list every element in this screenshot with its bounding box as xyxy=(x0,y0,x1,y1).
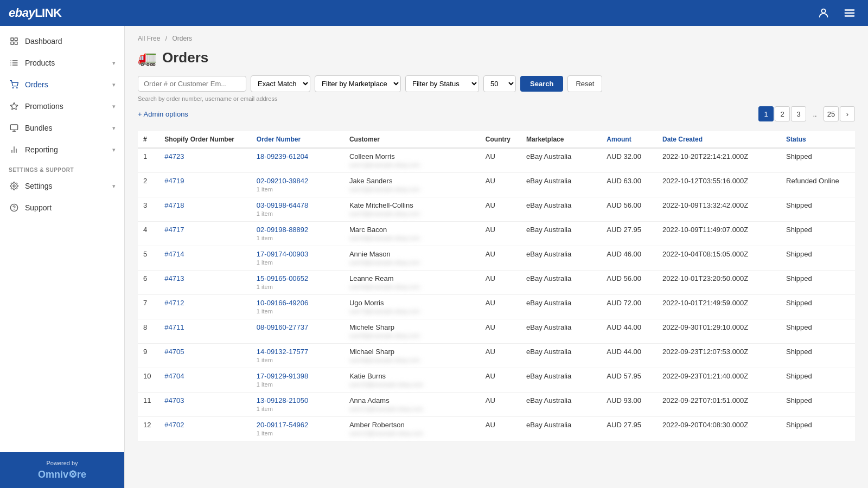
marketplace-filter-select[interactable]: Filter by Marketplace eBay Australia xyxy=(315,75,401,92)
cell-status: Shipped xyxy=(781,197,855,222)
order-number-link[interactable]: 02-09210-39842 xyxy=(257,177,308,185)
cell-date: 2022-09-23T12:07:53.000Z xyxy=(657,344,781,368)
shopify-order-link[interactable]: #4714 xyxy=(164,250,184,258)
order-number-link[interactable]: 14-09132-17577 xyxy=(257,348,308,356)
orders-chevron-icon: ▾ xyxy=(112,81,116,88)
orders-table: # Shopify Order Number Order Number Cust… xyxy=(138,131,855,441)
search-button[interactable]: Search xyxy=(520,76,563,92)
page-btn-3[interactable]: 3 xyxy=(791,106,806,121)
shopify-order-link[interactable]: #4711 xyxy=(164,323,184,331)
status-filter-select[interactable]: Filter by Status Shipped Refunded Online xyxy=(405,75,479,92)
cell-num: 3 xyxy=(138,197,159,222)
menu-icon-button[interactable] xyxy=(840,3,859,23)
shopify-order-link[interactable]: #4723 xyxy=(164,152,184,160)
shopify-order-link[interactable]: #4703 xyxy=(164,396,184,404)
cell-marketplace: eBay Australia xyxy=(521,295,601,319)
table-row: 4 #4717 02-09198-88892 1 item Marc Bacon… xyxy=(138,222,855,246)
cell-customer: Leanne Ream user6@example.ebay.com xyxy=(344,271,480,295)
cell-marketplace: eBay Australia xyxy=(521,417,601,441)
order-number-link[interactable]: 08-09160-27737 xyxy=(257,323,308,331)
support-icon xyxy=(9,202,20,213)
dashboard-icon xyxy=(9,36,20,47)
logo: ebayLINK xyxy=(9,6,61,20)
cell-country: AU xyxy=(480,222,521,246)
order-number-link[interactable]: 03-09198-64478 xyxy=(257,201,308,209)
reset-button[interactable]: Reset xyxy=(567,75,602,92)
col-header-marketplace: Marketplace xyxy=(521,131,601,148)
cell-customer: Annie Mason user5@example.ebay.com xyxy=(344,246,480,271)
sidebar-item-support[interactable]: Support xyxy=(0,197,124,219)
order-number-link[interactable]: 20-09117-54962 xyxy=(257,421,308,429)
sidebar-item-bundles[interactable]: Bundles ▾ xyxy=(0,117,124,139)
cell-marketplace: eBay Australia xyxy=(521,271,601,295)
sidebar-item-orders[interactable]: Orders ▾ xyxy=(0,74,124,95)
order-items: 1 item xyxy=(257,210,339,217)
sidebar-item-products[interactable]: Products ▾ xyxy=(0,52,124,74)
order-number-link[interactable]: 17-09174-00903 xyxy=(257,250,308,258)
cell-country: AU xyxy=(480,393,521,417)
sidebar-item-dashboard[interactable]: Dashboard xyxy=(0,30,124,52)
order-number-link[interactable]: 10-09166-49206 xyxy=(257,299,308,307)
breadcrumb-parent[interactable]: All Free xyxy=(138,35,160,42)
shopify-order-link[interactable]: #4719 xyxy=(164,177,184,185)
col-header-date[interactable]: Date Created xyxy=(657,131,781,148)
shopify-order-link[interactable]: #4704 xyxy=(164,372,184,380)
shopify-order-link[interactable]: #4702 xyxy=(164,421,184,429)
cell-customer: Anna Adams user11@example.ebay.com xyxy=(344,393,480,417)
content-area: All Free / Orders 🚛 Orders Exact Match C… xyxy=(125,26,868,488)
col-header-order[interactable]: Order Number xyxy=(251,131,344,148)
cell-num: 12 xyxy=(138,417,159,441)
admin-options-link[interactable]: + Admin options xyxy=(138,110,188,118)
table-row: 2 #4719 02-09210-39842 1 item Jake Sande… xyxy=(138,173,855,197)
col-header-amount[interactable]: Amount xyxy=(601,131,657,148)
cell-shopify: #4713 xyxy=(159,271,251,295)
order-number-link[interactable]: 17-09129-91398 xyxy=(257,372,308,380)
customer-email: user8@example.ebay.com xyxy=(349,331,475,339)
shopify-order-link[interactable]: #4717 xyxy=(164,226,184,234)
page-btn-next[interactable]: › xyxy=(840,106,855,121)
cell-marketplace: eBay Australia xyxy=(521,222,601,246)
sidebar-item-promotions[interactable]: Promotions ▾ xyxy=(0,95,124,117)
top-header: ebayLINK xyxy=(0,0,868,26)
user-icon-button[interactable] xyxy=(814,3,833,23)
sidebar-item-settings-label: Settings xyxy=(25,182,53,190)
page-btn-25[interactable]: 25 xyxy=(824,106,839,121)
customer-name: Katie Burns xyxy=(349,372,475,380)
cell-customer: Amber Robertson user12@example.ebay.com xyxy=(344,417,480,441)
settings-icon xyxy=(9,181,20,191)
order-search-input[interactable] xyxy=(138,76,246,92)
cell-num: 9 xyxy=(138,344,159,368)
match-type-select[interactable]: Exact Match Contains xyxy=(251,75,310,92)
customer-name: Anna Adams xyxy=(349,396,475,404)
page-btn-2[interactable]: 2 xyxy=(775,106,790,121)
shopify-order-link[interactable]: #4718 xyxy=(164,201,184,209)
sidebar-item-reporting[interactable]: Reporting ▾ xyxy=(0,139,124,160)
cell-num: 4 xyxy=(138,222,159,246)
order-number-link[interactable]: 18-09239-61204 xyxy=(257,152,308,160)
header-right xyxy=(814,3,859,23)
cell-amount: AUD 27.95 xyxy=(601,222,657,246)
cell-amount: AUD 44.00 xyxy=(601,344,657,368)
order-number-link[interactable]: 13-09128-21050 xyxy=(257,396,308,404)
sidebar-item-settings[interactable]: Settings ▾ xyxy=(0,175,124,197)
customer-name: Kate Mitchell-Collins xyxy=(349,201,475,209)
cell-date: 2022-09-30T01:29:10.000Z xyxy=(657,319,781,344)
cell-order: 14-09132-17577 1 item xyxy=(251,344,344,368)
shopify-order-link[interactable]: #4713 xyxy=(164,274,184,282)
cell-num: 11 xyxy=(138,393,159,417)
table-header: # Shopify Order Number Order Number Cust… xyxy=(138,131,855,148)
table-row: 1 #4723 18-09239-61204 Colleen Morris us… xyxy=(138,148,855,173)
sidebar-item-reporting-label: Reporting xyxy=(25,145,58,154)
orders-icon xyxy=(9,79,20,90)
cell-marketplace: eBay Australia xyxy=(521,197,601,222)
shopify-order-link[interactable]: #4712 xyxy=(164,299,184,307)
cell-date: 2022-10-01T21:49:59.000Z xyxy=(657,295,781,319)
col-header-status[interactable]: Status xyxy=(781,131,855,148)
order-items: 1 item xyxy=(257,357,339,363)
order-number-link[interactable]: 02-09198-88892 xyxy=(257,226,308,234)
customer-name: Colleen Morris xyxy=(349,152,475,160)
page-btn-1[interactable]: 1 xyxy=(758,106,774,121)
per-page-select[interactable]: 50 25 100 xyxy=(483,75,516,92)
order-number-link[interactable]: 15-09165-00652 xyxy=(257,274,308,282)
shopify-order-link[interactable]: #4705 xyxy=(164,348,184,356)
